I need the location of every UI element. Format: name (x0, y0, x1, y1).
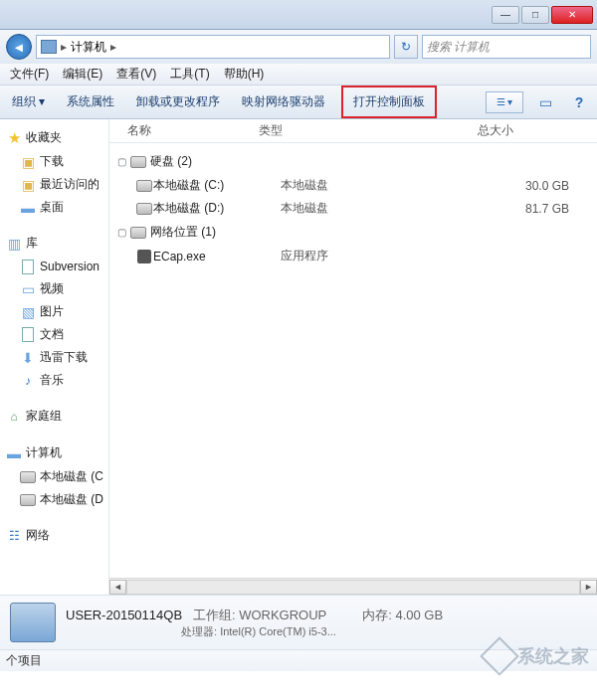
list-item[interactable]: 本地磁盘 (C:)本地磁盘30.0 GB (117, 174, 597, 197)
close-button[interactable]: ✕ (551, 6, 593, 24)
network-icon: ☷ (6, 528, 22, 544)
toolbar: 组织 ▾ 系统属性 卸载或更改程序 映射网络驱动器 打开控制面板 ☰ ▾ ▭ ? (0, 86, 597, 119)
list-item[interactable]: ECap.exe应用程序 (117, 245, 597, 267)
preview-pane-button[interactable]: ▭ (533, 91, 557, 113)
library-icon: ▥ (6, 236, 22, 252)
sidebar-homegroup[interactable]: ⌂家庭组 (0, 404, 108, 429)
sidebar-item-subversion[interactable]: Subversion (0, 256, 108, 277)
drive-icon (136, 180, 152, 192)
scroll-track[interactable] (126, 580, 580, 595)
breadcrumb-arrow[interactable]: ▸ (110, 40, 116, 54)
help-button[interactable]: ? (567, 91, 591, 113)
star-icon: ★ (6, 130, 22, 146)
control-panel-button[interactable]: 打开控制面板 (341, 86, 437, 118)
uninstall-button[interactable]: 卸载或更改程序 (130, 89, 226, 114)
breadcrumb-arrow[interactable]: ▸ (61, 40, 67, 54)
app-icon (137, 250, 151, 263)
video-icon: ▭ (20, 281, 36, 297)
breadcrumb-location[interactable]: 计算机 (71, 39, 106, 56)
computer-icon (41, 40, 57, 54)
menu-tools[interactable]: 工具(T) (164, 64, 215, 85)
item-name: 本地磁盘 (C:) (153, 177, 281, 194)
item-type: 应用程序 (281, 248, 410, 264)
content-area: ★收藏夹 ▣下载 ▣最近访问的 ▬桌面 ▥库 Subversion ▭视频 ▧图… (0, 119, 597, 595)
item-size: 30.0 GB (410, 179, 597, 193)
group-header[interactable]: ▢硬盘 (2) (117, 149, 597, 174)
item-type: 本地磁盘 (281, 200, 410, 217)
status-text: 个项目 (6, 652, 42, 669)
folder-icon: ▣ (20, 177, 36, 193)
group-header[interactable]: ▢网络位置 (1) (117, 220, 597, 245)
drive-icon (136, 203, 152, 215)
map-drive-button[interactable]: 映射网络驱动器 (236, 89, 331, 114)
sidebar-item-recent[interactable]: ▣最近访问的 (0, 173, 108, 196)
collapse-icon: ▢ (117, 156, 126, 167)
system-properties-button[interactable]: 系统属性 (61, 89, 120, 114)
menu-bar: 文件(F) 编辑(E) 查看(V) 工具(T) 帮助(H) (0, 64, 597, 86)
sidebar-item-documents[interactable]: 文档 (0, 323, 108, 346)
item-name: ECap.exe (153, 250, 281, 263)
drive-icon (130, 156, 146, 168)
download-icon: ⬇ (20, 350, 36, 366)
homegroup-icon: ⌂ (6, 409, 22, 425)
sidebar-computer[interactable]: ▬计算机 (0, 440, 108, 465)
sidebar-item-downloads[interactable]: ▣下载 (0, 150, 108, 173)
item-type: 本地磁盘 (281, 177, 410, 194)
drive-icon (20, 471, 36, 483)
sidebar-item-drive-c[interactable]: 本地磁盘 (C (0, 465, 108, 488)
column-type[interactable]: 类型 (259, 122, 388, 139)
sidebar-item-videos[interactable]: ▭视频 (0, 277, 108, 300)
document-icon (22, 260, 34, 274)
item-name: 本地磁盘 (D:) (153, 200, 281, 217)
group-title: 网络位置 (1) (150, 224, 216, 241)
address-box[interactable]: ▸ 计算机 ▸ (36, 35, 390, 59)
sidebar-item-xunlei[interactable]: ⬇迅雷下载 (0, 346, 108, 369)
desktop-icon: ▬ (20, 200, 36, 216)
horizontal-scrollbar[interactable]: ◄ ► (109, 578, 597, 595)
menu-help[interactable]: 帮助(H) (218, 64, 271, 85)
navigation-pane: ★收藏夹 ▣下载 ▣最近访问的 ▬桌面 ▥库 Subversion ▭视频 ▧图… (0, 119, 109, 595)
address-bar: ◄ ▸ 计算机 ▸ ↻ 搜索 计算机 (0, 30, 597, 64)
sidebar-item-desktop[interactable]: ▬桌面 (0, 196, 108, 219)
list-item[interactable]: 本地磁盘 (D:)本地磁盘81.7 GB (117, 197, 597, 220)
view-mode-button[interactable]: ☰ ▾ (486, 91, 523, 113)
menu-edit[interactable]: 编辑(E) (57, 64, 108, 85)
computer-large-icon (10, 603, 56, 642)
scroll-right-button[interactable]: ► (580, 580, 597, 595)
music-icon: ♪ (20, 373, 36, 389)
sidebar-item-drive-d[interactable]: 本地磁盘 (D (0, 488, 108, 511)
details-pane: USER-20150114QB 工作组: WORKGROUP 内存: 4.00 … (0, 595, 597, 649)
computer-icon: ▬ (6, 445, 22, 461)
column-headers: 名称 类型 总大小 (109, 119, 597, 143)
group-title: 硬盘 (2) (150, 153, 192, 170)
sidebar-favorites[interactable]: ★收藏夹 (0, 125, 108, 150)
menu-file[interactable]: 文件(F) (4, 64, 55, 85)
details-name: USER-20150114QB (66, 608, 182, 622)
folder-icon: ▣ (20, 154, 36, 170)
picture-icon: ▧ (20, 304, 36, 320)
drive-icon (130, 227, 146, 239)
item-size: 81.7 GB (410, 202, 597, 216)
menu-view[interactable]: 查看(V) (110, 64, 162, 85)
status-bar: 个项目 (0, 649, 597, 671)
column-size[interactable]: 总大小 (388, 122, 597, 139)
document-icon (22, 327, 34, 342)
titlebar: — □ ✕ (0, 0, 597, 30)
scroll-left-button[interactable]: ◄ (109, 580, 126, 595)
minimize-button[interactable]: — (492, 6, 519, 24)
sidebar-libraries[interactable]: ▥库 (0, 231, 108, 256)
refresh-button[interactable]: ↻ (394, 35, 418, 59)
organize-button[interactable]: 组织 ▾ (6, 89, 51, 114)
back-button[interactable]: ◄ (6, 34, 32, 60)
file-list: 名称 类型 总大小 ▢硬盘 (2)本地磁盘 (C:)本地磁盘30.0 GB本地磁… (109, 119, 597, 595)
collapse-icon: ▢ (117, 227, 126, 238)
sidebar-network[interactable]: ☷网络 (0, 523, 108, 548)
sidebar-item-music[interactable]: ♪音乐 (0, 369, 108, 392)
column-name[interactable]: 名称 (109, 122, 259, 139)
search-input[interactable]: 搜索 计算机 (422, 35, 591, 59)
maximize-button[interactable]: □ (521, 6, 549, 24)
drive-icon (20, 494, 36, 506)
sidebar-item-pictures[interactable]: ▧图片 (0, 300, 108, 323)
